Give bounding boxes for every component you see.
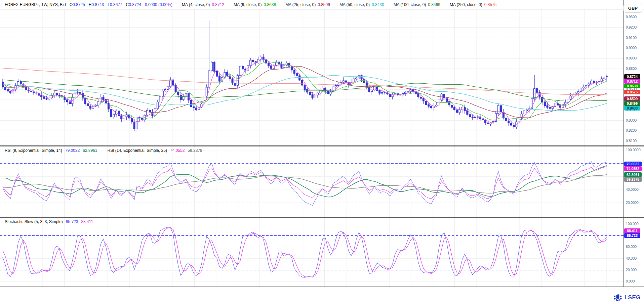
stoch-title: Stochastic Slow (5, 3, 3, Simple) bbox=[5, 219, 63, 224]
ohlc-item: L0.8677 bbox=[108, 2, 122, 7]
price-axis-label: 0.8800 bbox=[626, 67, 637, 71]
value-badge: 0.8712 bbox=[624, 79, 640, 84]
candles bbox=[2, 20, 608, 131]
price-axis-label: 0.8100 bbox=[626, 139, 637, 143]
indicator-line bbox=[3, 75, 607, 111]
stoch-axis-label: 0.000 bbox=[626, 279, 635, 283]
ma-legend: MA (4, close, 0)0.8712MA (9, close, 0)0.… bbox=[172, 2, 497, 7]
pane-separator[interactable] bbox=[0, 145, 644, 146]
ma-legend-item[interactable]: MA (4, close, 0)0.8712 bbox=[182, 2, 224, 7]
rsi-axis-label: 20.0000 bbox=[626, 201, 639, 205]
value-badge: 0.8499 bbox=[624, 101, 640, 106]
indicator-line bbox=[3, 167, 607, 199]
rsi-axis-label: 100.0000 bbox=[626, 148, 641, 152]
ohlc-item: O0.8725 bbox=[70, 2, 85, 7]
price-axis[interactable] bbox=[624, 0, 644, 287]
value-badge: 79.0032 bbox=[624, 162, 642, 166]
rsi-axis-label: 40.0000 bbox=[626, 187, 639, 191]
ma-legend-item[interactable]: MA (250, close, 0)0.8575 bbox=[450, 2, 496, 7]
main-chart-legend[interactable]: FOREX EURGBP=, 1W, NYS, Bid O0.8725H0.87… bbox=[5, 0, 496, 9]
value-badge: 0.8638 bbox=[624, 84, 640, 88]
stochastic-legend[interactable]: Stochastic Slow (5, 3, 3, Simple) 85.723… bbox=[5, 219, 93, 224]
ma-legend-item[interactable]: MA (100, close, 0)0.8499 bbox=[394, 2, 440, 7]
price-axis-label: 0.8200 bbox=[626, 128, 637, 132]
pane-separator[interactable] bbox=[0, 217, 644, 218]
value-badge: 74.0552 bbox=[624, 166, 642, 171]
value-badge: 0.8509 bbox=[624, 96, 640, 101]
value-badge: 0.8430 bbox=[624, 106, 640, 111]
value-badge: 88.411 bbox=[624, 228, 640, 233]
ohlc-values: O0.8725H0.8743L0.8677C0.8724 bbox=[66, 2, 141, 7]
rsi1-value: 79.0032 bbox=[65, 148, 80, 153]
ma-legend-item[interactable]: MA (25, close, 0)0.8509 bbox=[285, 2, 330, 7]
price-axis-label: 0.9300 bbox=[626, 15, 637, 19]
rsi1-signal-value: 62.8961 bbox=[83, 148, 97, 153]
rsi2-signal-value: 59.2378 bbox=[188, 148, 202, 153]
value-badge: 0.8575 bbox=[624, 90, 640, 94]
ma-legend-item[interactable]: MA (9, close, 0)0.8638 bbox=[234, 2, 276, 7]
time-axis[interactable]: MarMayJulSepNov2022MarMayJulSepNov2023Ma… bbox=[0, 287, 623, 295]
indicator-line bbox=[3, 228, 607, 277]
price-axis-label: 0.9200 bbox=[626, 25, 637, 29]
price-axis-label: 0.8300 bbox=[626, 118, 637, 122]
stoch-d-value: 88.411 bbox=[81, 219, 93, 224]
value-badge: 59.2378 bbox=[624, 177, 642, 182]
value-badge: 85.723 bbox=[624, 233, 640, 238]
chart-application: FOREX EURGBP=, 1W, NYS, Bid O0.8725H0.87… bbox=[0, 0, 644, 304]
value-badge: 62.8961 bbox=[624, 172, 642, 177]
rsi-legend[interactable]: RSI (9, Exponential, Simple, 14) 79.0032… bbox=[5, 148, 202, 153]
stoch-axis-label: 60.000 bbox=[626, 245, 637, 249]
stoch-axis-label: 20.000 bbox=[626, 268, 637, 272]
lseg-brand: LSEG bbox=[613, 294, 641, 301]
instrument-title: FOREX EURGBP=, 1W, NYS, Bid bbox=[5, 2, 66, 7]
stoch-axis-label: 40.000 bbox=[626, 256, 637, 260]
ohlc-item: C0.8724 bbox=[126, 2, 141, 7]
rsi2-value: 74.0552 bbox=[170, 148, 185, 153]
change-value: 0.0000 (0.00%) bbox=[145, 2, 172, 7]
rsi2-title: RSI (14, Exponential, Simple, 25) bbox=[108, 148, 167, 153]
ohlc-item: H0.8743 bbox=[89, 2, 104, 7]
lseg-crest-icon bbox=[613, 294, 622, 301]
stoch-axis-label: 100.000 bbox=[626, 222, 639, 226]
currency-chip[interactable]: GBP bbox=[623, 4, 642, 13]
value-badge: 0.8724 bbox=[624, 74, 640, 79]
indicator-line bbox=[3, 162, 607, 206]
price-axis-label: 0.9000 bbox=[626, 46, 637, 50]
lseg-wordmark: LSEG bbox=[625, 294, 641, 301]
price-axis-label: 0.9100 bbox=[626, 36, 637, 40]
stoch-k-value: 85.723 bbox=[66, 219, 78, 224]
ma-legend-item[interactable]: MA (50, close, 0)0.8430 bbox=[339, 2, 384, 7]
price-axis-label: 0.8900 bbox=[626, 56, 637, 60]
rsi1-title: RSI (9, Exponential, Simple, 14) bbox=[5, 148, 62, 153]
